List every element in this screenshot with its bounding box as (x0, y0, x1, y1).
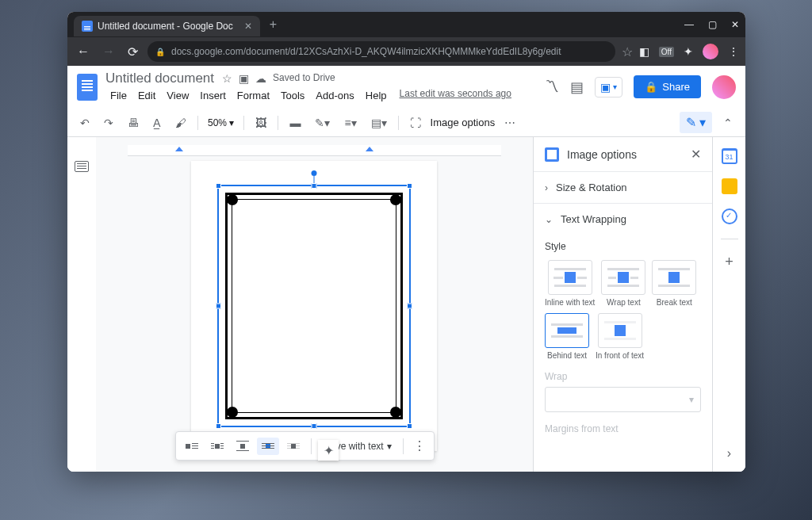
collapse-toolbar-button[interactable]: ⌃ (718, 113, 737, 132)
close-window-button[interactable]: ✕ (731, 19, 739, 30)
main-area: Move with text ▾ ⋮ ✦ Image options ✕ › S… (67, 137, 745, 472)
image-content-inner (232, 199, 396, 413)
menu-format[interactable]: Format (232, 88, 274, 103)
resize-handle-tl[interactable] (216, 183, 221, 189)
front-option[interactable] (282, 438, 304, 455)
docs-logo-icon[interactable] (77, 74, 98, 101)
star-icon[interactable]: ☆ (222, 72, 232, 85)
menu-addons[interactable]: Add-ons (311, 88, 358, 103)
resize-handle-ml[interactable] (216, 304, 221, 309)
inline-option[interactable] (181, 438, 203, 455)
back-button[interactable]: ← (74, 41, 93, 62)
wrap-option[interactable] (206, 438, 228, 455)
more-button[interactable]: ⋯ (500, 113, 520, 132)
resize-handle-bl[interactable] (216, 423, 221, 429)
add-addon-button[interactable]: + (725, 254, 733, 270)
image-button[interactable]: 🖼 (251, 113, 271, 132)
indent-marker-left[interactable] (175, 147, 183, 151)
rotate-handle[interactable] (312, 170, 317, 176)
star-icon[interactable]: ☆ (622, 44, 633, 59)
outline-icon[interactable] (75, 161, 89, 172)
style-break[interactable] (652, 260, 696, 295)
break-option[interactable] (232, 438, 254, 455)
cloud-icon[interactable]: ☁ (255, 72, 266, 85)
editing-mode-button[interactable]: ✎ ▾ (680, 112, 712, 133)
left-rail (67, 137, 96, 472)
lock-icon: 🔒 (155, 48, 165, 56)
resize-handle-br[interactable] (407, 423, 412, 429)
wrap-select: ▾ (545, 387, 701, 412)
menu-view[interactable]: View (162, 88, 193, 103)
last-edit-link[interactable]: Last edit was seconds ago (400, 88, 511, 103)
url-field[interactable]: 🔒 docs.google.com/document/d/12XCsAzhXi-… (147, 41, 615, 62)
image-icon (545, 147, 559, 162)
extension-icon[interactable]: ◧ (639, 45, 649, 58)
close-tab-icon[interactable]: ✕ (244, 21, 252, 32)
paint-format-button[interactable]: 🖌 (170, 113, 191, 132)
crop-button[interactable]: ⛶ (405, 113, 426, 132)
profile-avatar-icon[interactable] (703, 44, 718, 59)
account-avatar[interactable] (712, 75, 736, 99)
size-rotation-section[interactable]: › Size & Rotation (534, 172, 712, 203)
minimize-button[interactable]: — (684, 19, 694, 30)
url-text: docs.google.com/document/d/12XCsAzhXi-D_… (171, 46, 561, 57)
horizontal-ruler[interactable] (128, 145, 501, 156)
forward-button[interactable]: → (99, 41, 118, 62)
style-inline[interactable] (548, 260, 592, 295)
border-color-button[interactable]: ▬ (285, 113, 305, 132)
tab-title: Untitled document - Google Doc (98, 21, 233, 32)
document-page[interactable] (191, 161, 437, 451)
undo-button[interactable]: ↶ (75, 113, 94, 132)
maximize-button[interactable]: ▢ (708, 19, 717, 30)
menu-help[interactable]: Help (361, 88, 392, 103)
resize-handle-bm[interactable] (312, 423, 317, 429)
toolbar: ↶ ↷ 🖶 A̲ 🖌 50% ▾ 🖼 ▬ ✎▾ ≡▾ ▤▾ ⛶ Image op… (67, 109, 745, 137)
zoom-select[interactable]: 50% ▾ (205, 116, 237, 130)
text-wrapping-section[interactable]: ⌄ Text Wrapping (534, 204, 712, 235)
extensions-puzzle-icon[interactable]: ✦ (684, 45, 693, 58)
canvas[interactable]: Move with text ▾ ⋮ ✦ (96, 137, 533, 472)
collapse-panel-button[interactable]: › (727, 446, 731, 461)
decoration-icon (227, 407, 238, 418)
new-tab-button[interactable]: + (270, 17, 277, 32)
chrome-menu-icon[interactable]: ⋮ (728, 45, 739, 58)
explore-button[interactable]: ✦ (318, 440, 339, 461)
resize-handle-tr[interactable] (407, 183, 412, 189)
reload-button[interactable]: ⟳ (124, 41, 141, 63)
resize-handle-mr[interactable] (407, 304, 412, 309)
menu-tools[interactable]: Tools (276, 88, 309, 103)
comments-icon[interactable]: ▤ (570, 78, 584, 96)
move-icon[interactable]: ▣ (239, 72, 249, 85)
menu-insert[interactable]: Insert (195, 88, 231, 103)
extension-icon-2[interactable]: Off (659, 47, 674, 57)
keep-icon[interactable] (722, 178, 737, 194)
style-wrap[interactable] (601, 260, 645, 295)
behind-option[interactable] (257, 438, 279, 455)
calendar-icon[interactable] (722, 148, 737, 164)
print-button[interactable]: 🖶 (123, 113, 144, 132)
browser-tab[interactable]: Untitled document - Google Doc ✕ (74, 16, 260, 36)
image-options-button[interactable]: Image options (431, 117, 496, 128)
image-options-sidebar: Image options ✕ › Size & Rotation ⌄ Text… (533, 137, 712, 472)
present-button[interactable]: ▣ ▾ (595, 77, 622, 98)
wrap-label: Wrap (545, 371, 701, 382)
selected-image[interactable] (217, 185, 411, 427)
close-sidebar-button[interactable]: ✕ (691, 147, 701, 162)
line-style-button[interactable]: ▤▾ (366, 113, 392, 132)
indent-marker-right[interactable] (366, 147, 373, 151)
resize-handle-tm[interactable] (312, 183, 317, 189)
decoration-icon (390, 407, 401, 418)
style-front[interactable] (598, 313, 642, 348)
tasks-icon[interactable] (722, 208, 737, 224)
redo-button[interactable]: ↷ (99, 113, 118, 132)
more-options-button[interactable]: ⋮ (410, 435, 429, 457)
share-button[interactable]: 🔒 Share (634, 75, 701, 98)
document-title[interactable]: Untitled document (105, 71, 214, 86)
spellcheck-button[interactable]: A̲ (148, 113, 166, 132)
activity-icon[interactable]: 〽 (545, 78, 559, 95)
style-behind[interactable] (545, 313, 589, 348)
menu-edit[interactable]: Edit (133, 88, 160, 103)
border-weight-button[interactable]: ✎▾ (310, 113, 335, 132)
border-dash-button[interactable]: ≡▾ (339, 113, 361, 132)
menu-file[interactable]: File (105, 88, 132, 103)
